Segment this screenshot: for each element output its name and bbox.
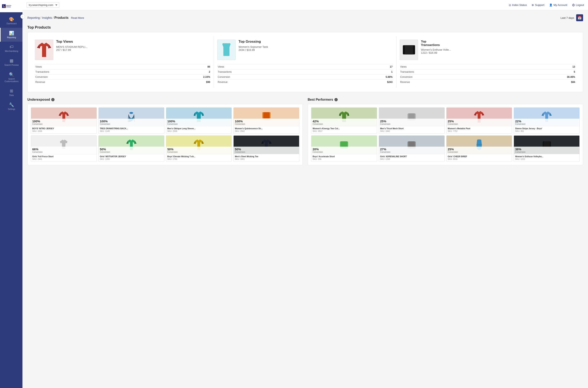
product-card-name: Women's Enthuse Volleyba... <box>515 155 578 158</box>
product-card-sku: SKU: 2562 <box>235 130 298 132</box>
svg-text:🦒: 🦒 <box>2 5 5 8</box>
category-label: Top Views <box>56 40 87 44</box>
product-stats: Views17 Transactions1 Conversion5.88% Re… <box>217 64 393 85</box>
top-products-section: Top Products <box>27 25 583 92</box>
product-card-sku: SKU: 1842 <box>380 130 443 132</box>
date-controls: Last 7 days 📅 <box>561 14 583 21</box>
search-preview-icon: ▦ <box>10 58 13 63</box>
sidebar-item-dashboard[interactable]: 🎨 Dashboard <box>0 14 23 28</box>
top-grossing-item: Top Grossing Women's Sojourner Tank 2434… <box>214 36 396 88</box>
list-item[interactable]: 50% Conversion Men's Sleet Wicking Tee S… <box>233 135 299 162</box>
svg-point-16 <box>129 112 133 114</box>
sidebar-item-label: Settings <box>8 108 15 110</box>
top-products-grid: Top Views MEN'S STADIUM REPLI... 257 / $… <box>32 36 579 88</box>
searchspring-logo: 🦒 SEARCH SPRING <box>2 3 21 9</box>
sidebar-item-search-customizations[interactable]: 🔍 Search Customizations <box>0 69 23 86</box>
data-icon: ⊞ <box>10 88 13 93</box>
sidebar-collapse-button[interactable]: › <box>21 14 25 19</box>
product-card-name: Girls' Full Force Skort <box>32 155 95 158</box>
breadcrumb: Reporting / Insights / Products Read Mor… <box>27 16 84 20</box>
sidebar-item-reporting[interactable]: 📊 Reporting <box>0 28 23 42</box>
category-label: TopTransactions <box>421 40 451 47</box>
dashboard-icon: 🎨 <box>9 17 14 22</box>
product-card-name: Girls' ADRENALINE SHORT <box>380 155 443 158</box>
product-card-name: Boys' Accelerate Short <box>313 155 376 158</box>
list-item[interactable]: 25% Conversion Men's Tricot Mesh Short S… <box>379 107 445 134</box>
list-item[interactable]: 25% Conversion Women's Medalist Pant SKU… <box>446 107 512 134</box>
list-item[interactable]: 100% Conversion Men's Oblique Long Sleev… <box>166 107 232 134</box>
product-card-name: Men's Sleet Wicking Tee <box>235 155 298 158</box>
list-item[interactable]: 100% Conversion BOYS' NITRO JERSEY SKU: … <box>31 107 97 134</box>
logo: 🦒 SEARCH SPRING <box>0 0 23 12</box>
calendar-button[interactable]: 📅 <box>576 14 583 21</box>
product-card-name: Women's Kinergy Two Col... <box>313 127 376 130</box>
reporting-icon: 📊 <box>9 31 14 36</box>
category-label: Top Grossing <box>238 40 268 44</box>
my-account-link[interactable]: 👤 My Account <box>549 3 567 6</box>
topbar-actions: ◎ Index Status ⊕ Support 👤 My Account ⏻ … <box>509 3 584 6</box>
breadcrumb-insights[interactable]: Insights <box>42 16 52 19</box>
product-card-name: Boys' Elevate Wicking T-sh... <box>167 155 231 158</box>
product-card-name: TRES DRAWSTRING BACK... <box>100 127 163 130</box>
underexposed-grid: 100% Conversion BOYS' NITRO JERSEY SKU: … <box>31 107 299 162</box>
topbar: try.searchspring.com ◎ Index Status ⊕ Su… <box>23 0 588 10</box>
list-item[interactable]: 25% Conversion Girls' CHEER BRIEF SKU: 9… <box>446 135 512 162</box>
list-item[interactable]: 50% Conversion Girls' MOTIVATOR JERSEY S… <box>98 135 164 162</box>
list-item[interactable]: 27% Conversion Girls' ADRENALINE SHORT S… <box>379 135 445 162</box>
sidebar-item-label: Search Customizations <box>2 78 21 83</box>
list-item[interactable]: 100% Conversion TRES DRAWSTRING BACK... … <box>98 107 164 134</box>
underexposed-card: 100% Conversion BOYS' NITRO JERSEY SKU: … <box>27 104 303 165</box>
breadcrumb-reporting[interactable]: Reporting <box>27 16 40 19</box>
svg-rect-23 <box>263 112 269 119</box>
product-top-row: Top Views MEN'S STADIUM REPLI... 257 / $… <box>35 40 211 60</box>
product-name: Women's Enthuse Volle... <box>421 48 451 51</box>
logout-link[interactable]: ⏻ Logout <box>572 3 584 6</box>
sidebar-item-label: Dashboard <box>6 23 17 25</box>
best-performers-info-icon[interactable]: i <box>334 98 338 101</box>
search-customizations-icon: 🔍 <box>9 72 14 77</box>
sidebar-item-data[interactable]: ⊞ Data <box>0 86 23 99</box>
support-link[interactable]: ⊕ Support <box>532 3 544 6</box>
product-info: TopTransactions Women's Enthuse Volle...… <box>421 40 451 54</box>
list-item[interactable]: 100% Conversion Women's Quintessence Sh.… <box>233 107 299 134</box>
underexposed-title: Underexposed <box>27 98 50 101</box>
sidebar-item-merchandising[interactable]: 🏷 Merchandising <box>0 42 23 55</box>
product-card-name: Men's Oblique Long Sleeve... <box>167 127 231 130</box>
page-header: Reporting / Insights / Products Read Mor… <box>27 14 583 21</box>
product-card-name: Girls' CHEER BRIEF <box>448 155 511 158</box>
underexposed-header: Underexposed i <box>27 98 303 101</box>
product-name: MEN'S STADIUM REPLI... <box>56 45 87 48</box>
index-status-link[interactable]: ◎ Index Status <box>509 3 527 6</box>
bottom-sections: Underexposed i 100% Conversion <box>27 98 583 165</box>
product-card-sku: SKU: 356 <box>313 158 376 160</box>
product-card-sku: SKU: 9016 <box>448 158 511 160</box>
sidebar-item-search-preview[interactable]: ▦ Search Preview <box>0 55 23 69</box>
product-card-sku: SKU: 7752 <box>448 130 511 132</box>
product-card-sku: SKU: 1289 <box>100 158 163 160</box>
list-item[interactable]: 66% Conversion Girls' Full Force Skort S… <box>31 135 97 162</box>
best-performers-title: Best Performers <box>308 98 333 101</box>
product-thumbnail <box>217 40 235 60</box>
best-performers-header: Best Performers i <box>308 98 583 101</box>
top-transactions-item: TopTransactions Women's Enthuse Volle...… <box>397 36 579 88</box>
list-item[interactable]: 20% Conversion Boys' Accelerate Short SK… <box>311 135 377 162</box>
sidebar-item-label: Reporting <box>7 36 16 39</box>
list-item[interactable]: 38% Conversion Women's Enthuse Volleyba.… <box>514 135 580 162</box>
product-card-sku: SKU: 361 <box>515 130 578 132</box>
read-more-link[interactable]: Read More <box>71 16 84 19</box>
list-item[interactable]: 42% Conversion Women's Kinergy Two Col..… <box>311 107 377 134</box>
product-card-sku: SKU: 1222 <box>515 158 578 160</box>
support-icon: ⊕ <box>532 3 534 6</box>
product-card-sku: SKU: 1801 <box>235 158 298 160</box>
product-card-name: Men's Tricot Mesh Short <box>380 127 443 130</box>
underexposed-info-icon[interactable]: i <box>51 98 54 101</box>
list-item[interactable]: 50% Conversion Boys' Elevate Wicking T-s… <box>166 135 232 162</box>
sidebar-item-settings[interactable]: 🔧 Settings <box>0 99 23 113</box>
merchandising-icon: 🏷 <box>10 45 14 49</box>
site-selector[interactable]: try.searchspring.com <box>26 2 59 8</box>
svg-text:SPRING: SPRING <box>6 6 11 8</box>
product-stats: Views13 Transactions5 Conversion38.46% R… <box>400 64 576 85</box>
list-item[interactable]: 22% Conversion Sleeve Stripe Jersey - Bo… <box>514 107 580 134</box>
underexposed-section: Underexposed i 100% Conversion <box>27 98 303 165</box>
product-card-sku: SKU: 1536 <box>32 130 95 132</box>
